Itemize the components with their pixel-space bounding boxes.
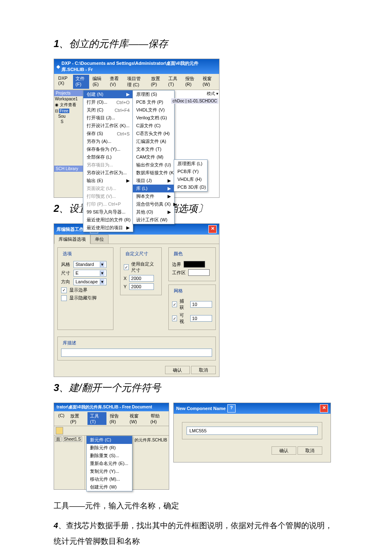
create-schematic[interactable]: 原理图 (S) bbox=[133, 90, 174, 98]
file-save-backup[interactable]: 保存备份为 (Y)... bbox=[83, 145, 133, 153]
file-view-radio[interactable]: ◉ 文件查看 bbox=[54, 102, 83, 108]
menu-place-3[interactable]: 放置 (P) bbox=[68, 412, 87, 425]
close-button-4[interactable]: ✕ bbox=[320, 404, 328, 413]
file-open-workspace[interactable]: 打开设计工作区 (K)... bbox=[83, 122, 133, 130]
create-dblink[interactable]: 数据库链接文件 (K) bbox=[133, 169, 174, 177]
tool-move-component[interactable]: 移动元件 (M)... bbox=[87, 475, 132, 483]
lib-vhdl[interactable]: VHDL库 (H) bbox=[174, 176, 207, 183]
style-select[interactable]: Standard▾ bbox=[73, 261, 106, 268]
lib-schematic[interactable]: 原理图库 (L) bbox=[174, 160, 207, 168]
border-color-swatch[interactable] bbox=[184, 261, 205, 268]
help-button-4[interactable]: ? bbox=[227, 404, 236, 413]
menu-place[interactable]: 放置 (P) bbox=[149, 75, 165, 89]
menu-edit[interactable]: 编辑 (E) bbox=[90, 75, 106, 89]
file-save-as[interactable]: 另存为 (A)... bbox=[83, 138, 133, 145]
file-export[interactable]: 输出 (E)▶ bbox=[83, 177, 133, 185]
create-workspace[interactable]: 设计工作区 (W) bbox=[133, 216, 174, 224]
tools-dropdown: 新元件 (C) 删除元件 (R) 删除重复 (S)... 重新命名元件 (E).… bbox=[86, 436, 132, 491]
file-recent-projects[interactable]: 最近使用过的项目▶ bbox=[83, 224, 133, 232]
create-other[interactable]: 其他 (O)▶ bbox=[133, 208, 174, 216]
menu-project[interactable]: 项目管理 (C) bbox=[125, 75, 148, 89]
file-recent-files[interactable]: 最近使用过的文件 (R)▶ bbox=[83, 216, 133, 224]
show-border-checkbox[interactable]: ✓ bbox=[61, 287, 67, 293]
create-mixed-sim[interactable]: 混合信号仿真 (X)▶ bbox=[133, 200, 174, 208]
menu-view[interactable]: 查看 (V) bbox=[107, 75, 124, 89]
menu-c[interactable]: (C) bbox=[56, 412, 67, 425]
snap-input[interactable]: 10 bbox=[190, 301, 212, 308]
x-input[interactable]: 2000 bbox=[129, 275, 154, 282]
menu-help-3[interactable]: 帮助 (H) bbox=[148, 412, 167, 425]
create-c-header[interactable]: C语言头文件 (H) bbox=[133, 130, 174, 138]
create-verilog[interactable]: Verilog文档 (G) bbox=[133, 114, 174, 122]
doc-suffix: 的元件库.SCHLIB bbox=[135, 437, 167, 443]
tool-copy-component[interactable]: 复制元件 (Y)... bbox=[87, 467, 132, 475]
visible-checkbox[interactable]: ✓ bbox=[172, 315, 177, 321]
workspace[interactable]: Workspace1 bbox=[54, 96, 83, 102]
lib-pcb[interactable]: PCB库 (Y) bbox=[174, 168, 207, 176]
create-pcb[interactable]: PCB 文件 (P) bbox=[133, 98, 174, 106]
menu-report[interactable]: 报告 (R) bbox=[183, 75, 199, 89]
file-close[interactable]: 关闭 (C)Ctrl+F4 bbox=[83, 106, 133, 114]
tab-chdoc[interactable]: chDoc bbox=[172, 99, 184, 103]
menu-tools-3[interactable]: 工具 (T) bbox=[87, 412, 106, 425]
create-text[interactable]: 文本文件 (T) bbox=[133, 145, 174, 153]
create-cam[interactable]: CAM文件 (M) bbox=[133, 153, 174, 161]
tab-options[interactable]: 库编辑器选项 bbox=[54, 235, 90, 244]
menubar-3: (C) 放置 (P) 工具 (T) 报告 (R) 视窗 (W) 帮助 (H) bbox=[54, 411, 169, 426]
create-library[interactable]: 库 (L)▶ bbox=[133, 185, 174, 192]
tree-s[interactable]: S bbox=[54, 119, 83, 124]
tool-new-component[interactable]: 新元件 (C) bbox=[87, 436, 132, 444]
file-save-all[interactable]: 全部保存 (L) bbox=[83, 153, 133, 161]
orient-select[interactable]: Landscape▾ bbox=[73, 278, 106, 285]
ok-button[interactable]: 确认 bbox=[165, 366, 190, 374]
component-name-input[interactable]: LMC555 bbox=[187, 427, 318, 435]
tab-face[interactable]: 面 bbox=[55, 436, 61, 442]
create-script[interactable]: 脚本文件▶ bbox=[133, 192, 174, 200]
file-import-wizard[interactable]: 99 SE导入向导器... bbox=[83, 208, 133, 216]
lib-pcb3d[interactable]: PCB 3D库 (D) bbox=[174, 183, 207, 191]
create-asm[interactable]: 汇编源文件 (A) bbox=[133, 138, 174, 145]
file-create[interactable]: 创建 (N)▶ bbox=[83, 90, 133, 98]
size-select[interactable]: E▾ bbox=[73, 270, 106, 277]
mode-dropdown[interactable]: 模式 ▾ bbox=[207, 91, 218, 96]
tab-units[interactable]: 单位 bbox=[90, 235, 109, 244]
tool-delete-component[interactable]: 删除元件 (R) bbox=[87, 444, 132, 452]
workarea-color-swatch[interactable] bbox=[188, 269, 210, 276]
options-title: 选项 bbox=[61, 251, 73, 257]
create-output-job[interactable]: 输出作业文件 (U) bbox=[133, 161, 174, 169]
toolbar-icon[interactable] bbox=[56, 427, 63, 434]
create-vhdl[interactable]: VHDL文件 (V) bbox=[133, 106, 174, 114]
tree-free[interactable]: ⊟ Free bbox=[54, 108, 83, 114]
snap-checkbox[interactable]: ✓ bbox=[172, 301, 177, 307]
tool-delete-duplicate[interactable]: 删除重复 (S)... bbox=[87, 452, 132, 460]
menu-file[interactable]: 文件 (F) bbox=[73, 75, 89, 89]
visible-input[interactable]: 10 bbox=[190, 315, 212, 322]
y-input[interactable]: 2000 bbox=[129, 283, 154, 290]
dialog-titlebar-4: New Component Name ? ✕ bbox=[174, 403, 331, 414]
description-input[interactable] bbox=[61, 349, 212, 357]
file-save-ws-as[interactable]: 另存设计工作区为... bbox=[83, 169, 133, 177]
menu-report-3[interactable]: 报告 (R) bbox=[107, 412, 126, 425]
cancel-button-4[interactable]: 取消 bbox=[298, 446, 322, 455]
ok-button-4[interactable]: 确认 bbox=[272, 446, 296, 455]
sheet-tab[interactable]: Sheet1.S bbox=[63, 436, 82, 442]
file-open[interactable]: 打开 (O)...Ctrl+O bbox=[83, 98, 133, 106]
menu-window[interactable]: 视窗 (W) bbox=[200, 75, 217, 89]
use-custom-label: 使用自定义尺寸 bbox=[131, 261, 158, 273]
close-button[interactable]: ✕ bbox=[208, 225, 217, 233]
tool-create-component[interactable]: 创建元件 (W) bbox=[87, 483, 132, 491]
file-save[interactable]: 保存 (S)Ctrl+S bbox=[83, 130, 133, 138]
menu-window-3[interactable]: 视窗 (W) bbox=[127, 412, 147, 425]
file-print-preview: 打印预览 (V)... bbox=[83, 192, 133, 200]
create-c-source[interactable]: C源文件 (C) bbox=[133, 122, 174, 130]
menu-tools[interactable]: 工具 (T) bbox=[166, 75, 182, 89]
tab-schdoc[interactable]: s1-01.SCHDOC bbox=[188, 99, 217, 103]
show-hidden-pins-checkbox[interactable] bbox=[61, 295, 67, 301]
create-project[interactable]: 项目 (J)▶ bbox=[133, 177, 174, 185]
menu-dxp[interactable]: DXP (X) bbox=[56, 75, 72, 89]
tree-source[interactable]: Sou bbox=[54, 114, 83, 119]
file-open-project[interactable]: 打开项目 (J)... bbox=[83, 114, 133, 122]
use-custom-checkbox[interactable]: ✓ bbox=[124, 264, 129, 270]
tool-rename-component[interactable]: 重新命名元件 (E)... bbox=[87, 460, 132, 467]
cancel-button[interactable]: 取消 bbox=[191, 366, 216, 374]
